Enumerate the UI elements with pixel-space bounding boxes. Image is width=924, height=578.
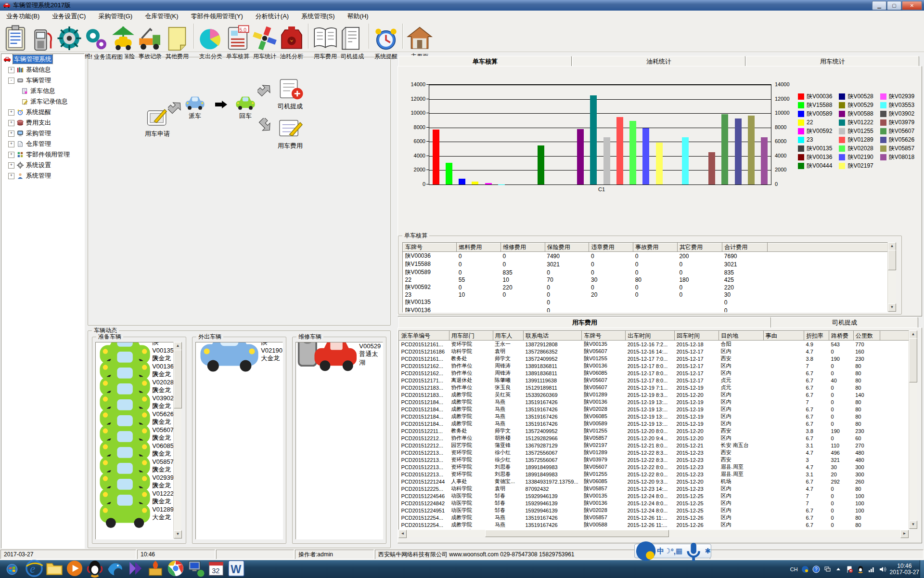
- tree-item-仓库管理[interactable]: +仓库管理: [1, 139, 84, 149]
- tree-item-系统提醒[interactable]: +系统提醒: [1, 107, 84, 118]
- table-row[interactable]: PCD20151224951动医学院邹春15929946139陕V0202820…: [399, 507, 909, 514]
- tree-item-系统管理[interactable]: +系统管理: [1, 171, 84, 181]
- table-row[interactable]: PCD201512162...协作单位周锋涛13891836811陕V06085…: [399, 369, 909, 377]
- toolbar-button-用车统计[interactable]: 用车统计: [251, 23, 278, 50]
- tree-item-label[interactable]: 车辆管理: [26, 76, 51, 85]
- table-row[interactable]: PCD20151216186动科学院袁明13572866352陕V0560720…: [399, 348, 909, 355]
- table-row[interactable]: PCD201512184...成教学院马燕13519167426陕V060852…: [399, 413, 909, 420]
- taskbar-ie-icon[interactable]: e: [25, 562, 43, 577]
- table-row[interactable]: PCD201512162...协作单位周锋涛13891836811陕V00136…: [399, 362, 909, 369]
- scroll-thumb[interactable]: [485, 530, 669, 537]
- tray-window-icon[interactable]: [823, 565, 831, 573]
- table-row[interactable]: PCD201512212...协作单位胡拴楼15129282966陕V05857…: [399, 434, 909, 442]
- table-row[interactable]: PCD201512184...成教学院马燕13519167426陕V020282…: [399, 406, 909, 413]
- expand-icon[interactable]: +: [8, 120, 14, 126]
- tree-item-label[interactable]: 基础信息: [26, 66, 51, 74]
- taskbar-word-icon[interactable]: W: [227, 562, 245, 577]
- keyboard-icon[interactable]: ▦: [676, 547, 682, 555]
- usage-vscrollbar[interactable]: ▲ ▼: [909, 330, 917, 529]
- table-row[interactable]: PCD201512254...成教学院马燕13519167426陕V058572…: [399, 514, 909, 521]
- expand-icon[interactable]: +: [8, 141, 14, 147]
- tree-item-label[interactable]: 派车信息: [30, 87, 55, 95]
- vehicle-list-scrollbar[interactable]: ▲▼: [173, 342, 181, 539]
- tree-item-label[interactable]: 采购管理: [26, 129, 51, 138]
- tree-root-label[interactable]: 车辆管理系统: [13, 55, 52, 64]
- toolbar-button-其他费用[interactable]: 其他费用: [164, 23, 191, 50]
- table-row[interactable]: PCD201512213...资环学院刘思春18991849983陕V01255…: [399, 471, 909, 478]
- table-row[interactable]: PCD201512225...动科学院袁明87092432陕V058572015…: [399, 485, 909, 492]
- table-row[interactable]: 225510703080180425: [403, 276, 888, 283]
- flow-node-回车[interactable]: 回车: [235, 95, 256, 120]
- tree-item-label[interactable]: 派车记录信息: [30, 97, 68, 106]
- table-row[interactable]: PCD201512161...资环学院王永一13872912808陕V00135…: [399, 341, 909, 348]
- table-row[interactable]: PCD20151224546动医学院邹春15929946139陕V0013520…: [399, 492, 909, 499]
- menu-item-3[interactable]: 采购管理(G): [92, 11, 139, 22]
- account-vscrollbar[interactable]: ▲ ▼: [887, 242, 896, 312]
- toolbar-button-司机提成[interactable]: 司机提成: [339, 23, 366, 50]
- table-row[interactable]: PCD201512171...离退休处陈肇曦13991119638陕V05607…: [399, 377, 909, 384]
- usage-hscrollbar[interactable]: ◄ ►: [398, 530, 909, 537]
- table-row[interactable]: PCD201512161...教务处师学文13572409952陕V012552…: [399, 355, 909, 362]
- table-row[interactable]: 陕V0013600: [403, 306, 888, 313]
- table-row[interactable]: PCD201512183...协作单位张玉良15129189811陕V05607…: [399, 384, 909, 391]
- table-row[interactable]: 陕V0059202200000220: [403, 283, 888, 291]
- tree-item-label[interactable]: 费用支出: [26, 118, 51, 127]
- table-row[interactable]: PCD201512213...资环学院徐小红13572556067陕V01289…: [399, 449, 909, 456]
- scroll-down-icon[interactable]: ▼: [174, 530, 182, 539]
- flow-node-用车申请[interactable]: 用车申请: [145, 105, 170, 138]
- tree-item-基础信息[interactable]: +基础信息: [1, 65, 84, 75]
- tree-item-派车记录信息[interactable]: 派车记录信息: [1, 96, 84, 107]
- tree-root[interactable]: 车辆管理系统: [1, 54, 84, 65]
- column-header-车牌号[interactable]: 车牌号: [582, 331, 626, 341]
- tree-item-label[interactable]: 仓库管理: [26, 140, 51, 148]
- scroll-thumb[interactable]: [174, 350, 182, 408]
- scroll-up-icon[interactable]: ▲: [888, 242, 896, 250]
- toolbar-button-主界面[interactable]: 主界面: [406, 23, 433, 50]
- column-header-目的地[interactable]: 目的地: [719, 331, 764, 341]
- toolbar-button-事故记录[interactable]: 事故记录: [137, 23, 164, 50]
- vehicle-list-item[interactable]: 陕V01289 大金龙: [96, 501, 174, 517]
- table-row[interactable]: PCD201512211...教务处师学文13572409952陕V012552…: [399, 427, 909, 434]
- show-desktop-button[interactable]: [920, 560, 924, 578]
- tray-help-icon[interactable]: ?: [812, 565, 820, 573]
- column-header-燃料费用[interactable]: 燃料费用: [457, 243, 501, 252]
- expand-icon[interactable]: +: [8, 67, 14, 73]
- ime-chinese-mode[interactable]: 中: [657, 547, 664, 556]
- tree-item-费用支出[interactable]: +费用支出: [1, 118, 84, 128]
- table-row[interactable]: 陕V0058908350000835: [403, 268, 888, 276]
- flow-node-派车[interactable]: 派车: [184, 95, 205, 120]
- column-header-事故费用[interactable]: 事故费用: [633, 243, 678, 252]
- column-header-合计费用[interactable]: 合计费用: [722, 243, 767, 252]
- menu-item-1[interactable]: 业务功能(B): [0, 11, 46, 22]
- tree-item-车辆管理[interactable]: -车辆管理: [1, 75, 84, 86]
- table-row[interactable]: PCD201512184...成教学院马燕13519167426陕V005892…: [399, 420, 909, 427]
- column-header-车牌号[interactable]: 车牌号: [403, 243, 457, 252]
- table-row[interactable]: PCD201512254...成教学院马燕13519167426陕V005882…: [399, 521, 909, 528]
- table-row[interactable]: 陕V155880030210003021: [403, 260, 888, 268]
- minimize-button[interactable]: ▁: [872, 1, 886, 10]
- flow-node-用车费用[interactable]: 用车费用: [277, 116, 304, 150]
- toolbar-button-系统提醒[interactable]: 系统提醒: [372, 23, 399, 50]
- toolbar-button-车辆维修[interactable]: 车辆维修: [56, 23, 83, 50]
- tray-speaker-icon[interactable]: [879, 565, 886, 573]
- expand-icon[interactable]: +: [8, 131, 14, 137]
- table-row[interactable]: 陕V00036007490002007690: [403, 252, 888, 261]
- table-row[interactable]: PCD20151224842动医学院邹春15929946139陕V0013620…: [399, 499, 909, 507]
- tab-司机提成[interactable]: 司机提成: [771, 317, 918, 328]
- flow-node-司机提成[interactable]: 司机提成: [277, 77, 304, 111]
- menu-item-7[interactable]: 系统管理(S): [295, 11, 341, 22]
- vehicle-list[interactable]: 陕V02190 大金龙: [195, 342, 283, 539]
- column-header-路桥费[interactable]: 路桥费: [829, 331, 854, 341]
- tab-用车费用[interactable]: 用车费用: [398, 317, 771, 328]
- menu-item-6[interactable]: 分析统计(A): [249, 11, 295, 22]
- tree-item-系统设置[interactable]: +系统设置: [1, 160, 84, 171]
- menu-item-5[interactable]: 零部件领用管理(Y): [185, 11, 249, 22]
- column-header-出车时间[interactable]: 出车时间: [626, 331, 675, 341]
- column-header-联系电话[interactable]: 联系电话: [523, 331, 582, 341]
- toolbar-button-购买保险[interactable]: 购买保险: [110, 23, 137, 50]
- tree-item-零部件领用管理[interactable]: +零部件领用管理: [1, 149, 84, 160]
- start-button[interactable]: [1, 562, 23, 577]
- tree-item-label[interactable]: 系统提醒: [26, 108, 51, 117]
- column-header-保险费用[interactable]: 保险费用: [545, 243, 589, 252]
- vehicle-list[interactable]: 陕V00135 大金龙陕V00136 大金龙陕V02028 大金龙陕V03902…: [95, 342, 174, 539]
